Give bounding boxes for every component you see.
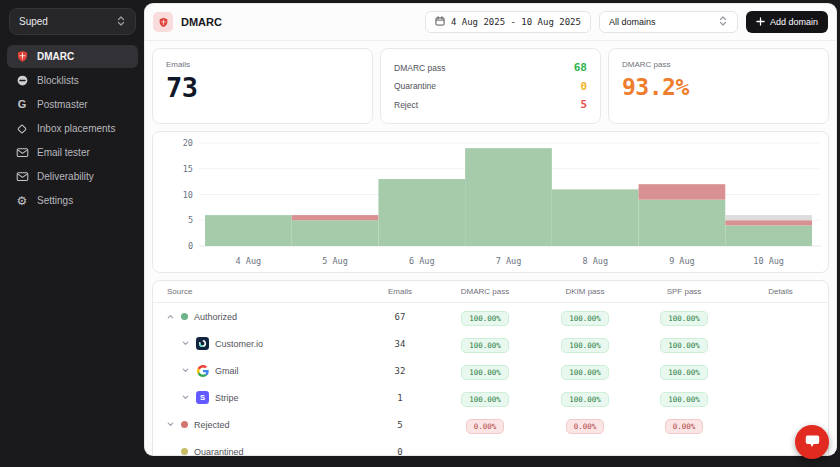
envelope-icon	[15, 170, 29, 184]
svg-text:6 Aug: 6 Aug	[409, 256, 435, 266]
svg-text:10: 10	[183, 190, 193, 200]
sidebar-item-inbox-placements[interactable]: Inbox placements	[7, 117, 138, 140]
diamond-icon	[15, 122, 29, 136]
table-row[interactable]: Authorized67100.00%100.00%100.00%	[153, 303, 828, 330]
dmarc-pass-badge: 100.00%	[461, 338, 509, 353]
svg-text:0: 0	[188, 241, 193, 251]
sidebar-item-settings[interactable]: ⚙ Settings	[7, 189, 138, 212]
dkim-pass-badge: 100.00%	[561, 365, 609, 380]
table-row[interactable]: Customer.io34100.00%100.00%100.00%	[153, 330, 828, 357]
sources-table: Source Emails DMARC pass DKIM pass SPF p…	[152, 280, 829, 455]
plus-icon	[756, 17, 765, 28]
breakdown-row-reject: Reject 5	[394, 98, 587, 111]
chevron-down-icon[interactable]	[180, 366, 190, 376]
gmail-icon	[196, 364, 209, 377]
sidebar-item-label: Deliverability	[37, 171, 94, 182]
domain-filter-select[interactable]: All domains	[599, 11, 738, 33]
source-label: Authorized	[194, 312, 237, 322]
sidebar-item-label: Inbox placements	[37, 123, 115, 134]
dmarc-pass-badge: 100.00%	[461, 311, 509, 326]
spf-pass-badge: 0.00%	[665, 419, 704, 434]
source-label: Quarantined	[194, 447, 244, 456]
workspace-switcher[interactable]: Suped	[9, 8, 136, 35]
content-area: Emails 73 DMARC pass 68 Quarantine 0 Rej…	[145, 41, 836, 455]
table-row[interactable]: Gmail32100.00%100.00%100.00%	[153, 357, 828, 384]
breakdown-value: 68	[574, 61, 587, 74]
status-dot	[181, 313, 188, 320]
breakdown-value: 5	[580, 98, 587, 111]
emails-value: 67	[365, 312, 435, 322]
breakdown-label: Quarantine	[394, 81, 436, 91]
dmarc-pass-badge: 0.00%	[466, 419, 505, 434]
spf-pass-badge: 100.00%	[660, 392, 708, 407]
dmarc-breakdown-card: DMARC pass 68 Quarantine 0 Reject 5	[380, 48, 601, 124]
empty-value: -	[484, 450, 487, 456]
sidebar-item-label: Email tester	[37, 147, 90, 158]
dmarc-shield-icon	[153, 12, 173, 32]
add-domain-button[interactable]: Add domain	[746, 11, 828, 33]
table-row[interactable]: Quarantined0---	[153, 438, 828, 455]
chat-widget-button[interactable]	[795, 425, 829, 459]
calendar-icon	[435, 16, 445, 28]
stats-row: Emails 73 DMARC pass 68 Quarantine 0 Rej…	[152, 48, 829, 124]
dmarc-stacked-area-chart: 051015204 Aug5 Aug6 Aug7 Aug8 Aug9 Aug10…	[153, 132, 828, 272]
chevron-updown-icon	[116, 13, 126, 31]
add-domain-label: Add domain	[770, 17, 818, 27]
chevron-down-icon[interactable]	[180, 393, 190, 403]
emails-value: 5	[365, 420, 435, 430]
sidebar-item-label: Blocklists	[37, 75, 79, 86]
breakdown-label: Reject	[394, 100, 418, 110]
google-g-icon: G	[15, 98, 29, 112]
shield-icon	[15, 50, 29, 64]
source-label: Stripe	[215, 393, 239, 403]
chevron-up-icon[interactable]	[165, 312, 175, 322]
domain-filter-value: All domains	[609, 17, 712, 27]
block-icon	[15, 74, 29, 88]
envelope-icon	[15, 146, 29, 160]
table-header: Source Emails DMARC pass DKIM pass SPF p…	[153, 281, 828, 303]
dmarc-pass-rate-card: DMARC pass 93.2%	[608, 48, 829, 124]
gear-icon: ⚙	[15, 194, 29, 208]
svg-text:7 Aug: 7 Aug	[496, 256, 522, 266]
column-header: DKIM pass	[535, 287, 635, 296]
dkim-pass-badge: 100.00%	[561, 392, 609, 407]
emails-value: 34	[365, 339, 435, 349]
sidebar-item-deliverability[interactable]: Deliverability	[7, 165, 138, 188]
dmarc-chart-card: 051015204 Aug5 Aug6 Aug7 Aug8 Aug9 Aug10…	[152, 131, 829, 273]
sidebar-item-email-tester[interactable]: Email tester	[7, 141, 138, 164]
column-header: Details	[733, 287, 828, 296]
table-row[interactable]: Rejected50.00%0.00%0.00%	[153, 411, 828, 438]
pass-rate-label: DMARC pass	[622, 60, 815, 69]
empty-value: -	[584, 450, 587, 456]
sidebar-item-blocklists[interactable]: Blocklists	[7, 69, 138, 92]
dmarc-pass-badge: 100.00%	[461, 392, 509, 407]
sidebar-item-dmarc[interactable]: DMARC	[7, 45, 138, 68]
chat-bubble-icon	[804, 432, 821, 453]
emails-card: Emails 73	[152, 48, 373, 124]
sidebar-item-label: DMARC	[37, 51, 74, 62]
empty-value: -	[683, 450, 686, 456]
svg-text:5 Aug: 5 Aug	[322, 256, 348, 266]
status-dot	[181, 421, 188, 428]
emails-value: 1	[365, 393, 435, 403]
date-range-picker[interactable]: 4 Aug 2025 - 10 Aug 2025	[425, 11, 591, 33]
emails-label: Emails	[166, 60, 359, 69]
svg-text:20: 20	[183, 138, 193, 148]
emails-value: 0	[365, 447, 435, 456]
breakdown-label: DMARC pass	[394, 63, 445, 73]
breakdown-row-pass: DMARC pass 68	[394, 61, 587, 74]
chevron-down-icon[interactable]	[165, 420, 175, 430]
emails-value: 32	[365, 366, 435, 376]
sidebar-item-label: Postmaster	[37, 99, 88, 110]
customerio-icon	[196, 337, 209, 350]
svg-text:9 Aug: 9 Aug	[669, 256, 695, 266]
date-range-value: 4 Aug 2025 - 10 Aug 2025	[451, 17, 581, 27]
main-panel: DMARC 4 Aug 2025 - 10 Aug 2025 All domai…	[145, 4, 836, 455]
chevron-down-icon[interactable]	[180, 339, 190, 349]
svg-text:8 Aug: 8 Aug	[582, 256, 608, 266]
sidebar-item-postmaster[interactable]: G Postmaster	[7, 93, 138, 116]
chevron-placeholder	[165, 447, 175, 456]
sidebar: Suped DMARC Blocklists G Postmaster Inbo…	[0, 0, 145, 467]
workspace-name: Suped	[19, 16, 116, 27]
table-row[interactable]: SStripe1100.00%100.00%100.00%	[153, 384, 828, 411]
